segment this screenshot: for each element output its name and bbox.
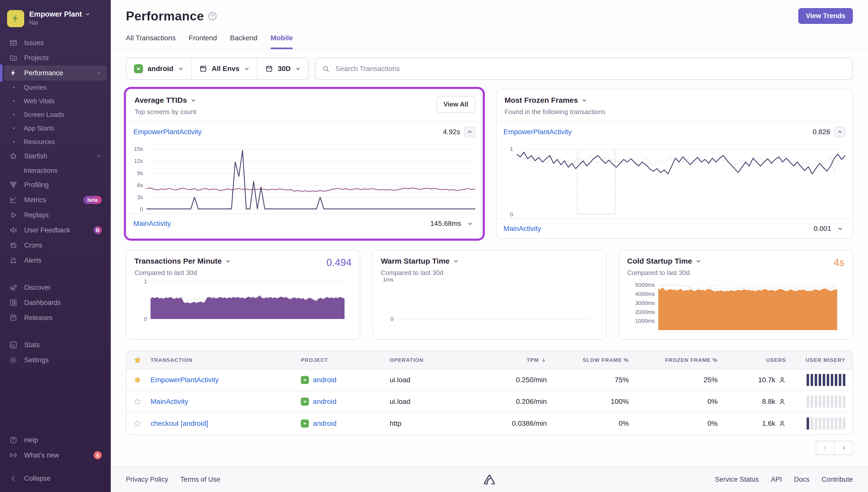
view-trends-button[interactable]: View Trends <box>798 8 853 24</box>
sidebar-item-resources[interactable]: Resources <box>4 135 107 149</box>
sidebar-item-profiling[interactable]: Profiling <box>4 177 107 192</box>
tab-all-transactions[interactable]: All Transactions <box>126 34 176 49</box>
star-icon[interactable] <box>133 356 142 364</box>
question-circle-icon[interactable]: ? <box>208 12 216 20</box>
transaction-link[interactable]: EmpowerPlantActivity <box>151 376 219 384</box>
next-page-button[interactable] <box>834 441 852 454</box>
expand-row-button[interactable] <box>465 219 475 229</box>
sidebar-item-crons[interactable]: Crons <box>4 238 107 253</box>
sidebar-item-label: Projects <box>24 54 49 62</box>
chevron-down-icon[interactable] <box>225 259 231 264</box>
column-header-tpm[interactable]: TPM <box>475 357 547 363</box>
y-tick-label: 1000ms <box>635 318 655 324</box>
sort-desc-icon[interactable] <box>541 357 547 363</box>
bullet-dot <box>13 141 15 143</box>
chevron-down-icon[interactable] <box>582 97 587 103</box>
tab-backend[interactable]: Backend <box>230 34 258 49</box>
transaction-cell: MainActivity <box>151 398 301 405</box>
sidebar-item-discover[interactable]: Discover <box>4 280 107 295</box>
sidebar-item-stats[interactable]: Stats <box>4 337 107 352</box>
star-icon[interactable] <box>133 398 142 405</box>
sidebar-item-interactions[interactable]: Interactions <box>4 164 107 177</box>
transaction-link[interactable]: checkout [android] <box>151 419 208 427</box>
view-all-button[interactable]: View All <box>436 96 475 113</box>
sidebar: Empower Plant Nar IssuesProjectsPerforma… <box>0 0 111 492</box>
transaction-link[interactable]: EmpowerPlantActivity <box>504 128 572 136</box>
tpm-cell: 0.206/min <box>475 398 547 405</box>
sidebar-item-performance[interactable]: Performance <box>4 66 107 80</box>
gear-icon <box>9 356 18 364</box>
operation-cell: ui.load <box>390 398 475 405</box>
table-body: EmpowerPlantActivityandroidui.load0.250/… <box>126 369 852 434</box>
chevron-up-icon <box>96 70 102 76</box>
sidebar-item-replays[interactable]: Replays <box>4 207 107 223</box>
transaction-link[interactable]: MainActivity <box>151 398 188 405</box>
slow-frame-cell: 100% <box>547 398 629 405</box>
y-axis: 1ms0 <box>383 280 397 319</box>
sidebar-item-metrics[interactable]: Metricsbeta <box>4 192 107 207</box>
star-icon[interactable] <box>133 419 142 427</box>
project-filter[interactable]: android <box>126 58 192 79</box>
star-column-header[interactable] <box>133 356 151 364</box>
project-link[interactable]: android <box>313 419 336 427</box>
collapse-row-button[interactable] <box>834 126 845 138</box>
sidebar-item-alerts[interactable]: Alerts <box>4 253 107 268</box>
footer-link-privacy-policy[interactable]: Privacy Policy <box>126 476 168 484</box>
tpm-cell: 0.0386/min <box>475 419 547 427</box>
expand-row-button[interactable] <box>835 224 845 233</box>
footer-link-docs[interactable]: Docs <box>794 476 810 484</box>
chevron-down-icon[interactable] <box>190 97 196 103</box>
panel-title: Warm Startup Time <box>381 257 450 265</box>
star-icon[interactable] <box>133 376 142 384</box>
tab-mobile[interactable]: Mobile <box>271 34 293 49</box>
sidebar-item-releases[interactable]: Releases <box>4 310 107 325</box>
sidebar-item-dashboards[interactable]: Dashboards <box>4 295 107 310</box>
chevron-down-icon[interactable] <box>453 259 459 264</box>
chevron-up-icon <box>96 153 102 159</box>
footer-link-terms-of-use[interactable]: Terms of Use <box>180 476 220 484</box>
sidebar-item-queries[interactable]: Queries <box>4 80 107 94</box>
misery-bar <box>831 417 833 429</box>
project-cell: android <box>301 376 390 384</box>
previous-page-button[interactable] <box>816 441 834 454</box>
sidebar-item-web-vitals[interactable]: Web Vitals <box>4 94 107 108</box>
sidebar-nav: IssuesProjectsPerformanceQueriesWeb Vita… <box>0 35 111 486</box>
sidebar-item-label: Stats <box>24 341 40 349</box>
sidebar-item-help[interactable]: Help <box>4 433 107 448</box>
y-axis: 5000ms4000ms3000ms2000ms1000ms <box>629 280 658 330</box>
collapse-row-button[interactable] <box>464 126 475 138</box>
footer-link-contribute[interactable]: Contribute <box>821 476 853 484</box>
sidebar-item-collapse[interactable]: Collapse <box>4 471 107 486</box>
date-range-filter[interactable]: 30D <box>258 58 308 79</box>
environment-filter[interactable]: All Envs <box>192 58 258 79</box>
misery-bar <box>815 396 817 408</box>
sidebar-item-user-feedback[interactable]: User FeedbackB <box>4 223 107 238</box>
transaction-link[interactable]: EmpowerPlantActivity <box>133 128 202 136</box>
transaction-link[interactable]: MainActivity <box>504 225 541 233</box>
footer-link-service-status[interactable]: Service Status <box>715 476 759 484</box>
project-link[interactable]: android <box>313 398 336 405</box>
misery-bar <box>807 417 809 429</box>
table-row: MainActivityandroidui.load0.206/min100%0… <box>126 391 852 413</box>
sidebar-item-screen-loads[interactable]: Screen Loads <box>4 108 107 121</box>
sidebar-item-issues[interactable]: Issues <box>4 35 107 50</box>
sidebar-item-starfish[interactable]: Starfish <box>4 149 107 164</box>
sidebar-item-settings[interactable]: Settings <box>4 352 107 368</box>
org-switcher[interactable]: Empower Plant Nar <box>0 5 111 35</box>
transaction-link[interactable]: MainActivity <box>133 220 171 228</box>
frozen-frame-cell: 25% <box>629 376 718 384</box>
chevron-down-icon[interactable] <box>695 259 701 264</box>
footer-link-api[interactable]: API <box>771 476 782 484</box>
sidebar-item-projects[interactable]: Projects <box>4 50 107 66</box>
alerts-icon <box>9 256 18 265</box>
misery-bars <box>807 396 845 408</box>
column-header-transaction: TRANSACTION <box>151 357 301 363</box>
person-icon <box>778 420 786 427</box>
tab-frontend[interactable]: Frontend <box>189 34 217 49</box>
misery-bar <box>819 396 821 408</box>
sidebar-item-app-starts[interactable]: App Starts <box>4 121 107 135</box>
project-link[interactable]: android <box>313 376 336 384</box>
search-input[interactable] <box>335 64 846 73</box>
sidebar-item-what-s-new[interactable]: What's new5 <box>4 448 107 463</box>
project-cell: android <box>301 419 390 427</box>
